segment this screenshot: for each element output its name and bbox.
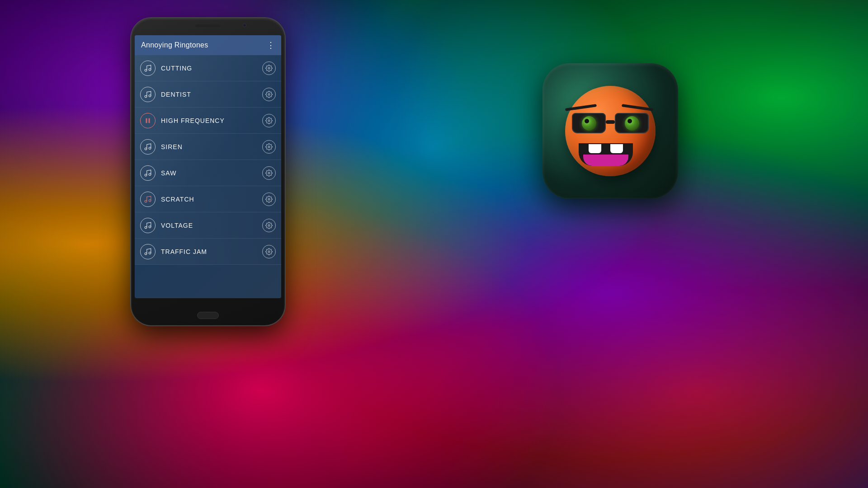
emoji-face [561, 81, 660, 181]
ringtone-name-high-frequency: HIGH FREQUENCY [161, 117, 262, 124]
svg-point-8 [268, 120, 270, 122]
svg-point-4 [149, 94, 151, 97]
menu-dots-button[interactable]: ⋮ [267, 40, 275, 50]
app-icon-wrapper [542, 63, 678, 199]
ringtone-item-voltage[interactable]: VOLTAGE [135, 212, 281, 239]
tooth-left [589, 144, 601, 153]
ringtone-item-siren[interactable]: SIREN [135, 134, 281, 160]
settings-icon-high-frequency[interactable] [262, 114, 276, 127]
mouth-tongue [583, 155, 628, 166]
svg-point-12 [145, 174, 147, 176]
svg-rect-6 [146, 118, 147, 123]
ringtone-name-saw: SAW [161, 169, 262, 177]
music-icon-scratch [140, 192, 156, 207]
ringtone-name-dentist: DENTIST [161, 91, 262, 98]
svg-point-16 [149, 199, 151, 202]
ringtone-item-traffic-jam[interactable]: TRAFFIC JAM [135, 239, 281, 265]
ringtone-name-voltage: VOLTAGE [161, 222, 262, 229]
svg-point-21 [145, 253, 147, 255]
phone-screen: Annoying Ringtones ⋮ CUTTING [135, 35, 281, 298]
phone-body: Annoying Ringtones ⋮ CUTTING [131, 18, 285, 325]
ringtone-name-traffic-jam: TRAFFIC JAM [161, 248, 262, 255]
music-icon-voltage [140, 218, 156, 233]
music-icon-saw [140, 165, 156, 181]
svg-point-20 [268, 225, 270, 226]
svg-point-14 [268, 172, 270, 174]
settings-icon-dentist[interactable] [262, 88, 276, 101]
phone-mockup: Annoying Ringtones ⋮ CUTTING [131, 18, 285, 325]
svg-point-11 [268, 146, 270, 148]
svg-point-9 [145, 148, 147, 150]
ringtone-item-dentist[interactable]: DENTIST [135, 81, 281, 108]
mouth-area [579, 143, 637, 168]
tooth-right [610, 144, 623, 153]
sunglasses [570, 113, 651, 138]
phone-camera [243, 23, 246, 27]
svg-point-15 [145, 200, 147, 202]
ringtone-item-scratch[interactable]: SCRATCH [135, 186, 281, 212]
ringtone-name-scratch: SCRATCH [161, 196, 262, 203]
ringtone-name-cutting: CUTTING [161, 65, 262, 72]
svg-point-2 [268, 67, 270, 69]
app-title: Annoying Ringtones [141, 41, 208, 49]
svg-point-22 [149, 252, 151, 254]
svg-point-18 [145, 226, 147, 229]
ringtone-name-siren: SIREN [161, 143, 262, 150]
music-icon-siren [140, 139, 156, 155]
svg-point-19 [149, 225, 151, 228]
svg-point-23 [268, 251, 270, 253]
glasses-right-lens [615, 113, 649, 133]
settings-icon-scratch[interactable] [262, 192, 276, 206]
svg-point-17 [268, 198, 270, 200]
ringtone-item-cutting[interactable]: CUTTING [135, 55, 281, 81]
music-icon-traffic-jam [140, 244, 156, 259]
eye-pupil-left [582, 116, 596, 131]
app-icon [542, 63, 678, 199]
svg-point-13 [149, 173, 151, 175]
pause-icon-high-frequency [140, 113, 156, 128]
svg-point-5 [268, 94, 270, 95]
settings-icon-siren[interactable] [262, 140, 276, 154]
eye-pupil-right [625, 116, 639, 131]
music-icon-dentist [140, 87, 156, 102]
svg-point-0 [145, 69, 147, 71]
settings-icon-saw[interactable] [262, 166, 276, 180]
phone-speaker [196, 24, 221, 27]
background [0, 0, 868, 488]
svg-point-3 [145, 95, 147, 98]
settings-icon-voltage[interactable] [262, 219, 276, 232]
ringtone-item-saw[interactable]: SAW [135, 160, 281, 186]
settings-icon-cutting[interactable] [262, 61, 276, 75]
svg-point-1 [149, 68, 151, 70]
music-icon-cutting [140, 61, 156, 76]
settings-icon-traffic-jam[interactable] [262, 245, 276, 258]
app-bar: Annoying Ringtones ⋮ [135, 35, 281, 55]
mouth-open [579, 143, 633, 166]
glasses-left-lens [572, 113, 606, 133]
ringtone-list: CUTTING [135, 55, 281, 265]
glasses-bridge [606, 120, 615, 124]
svg-rect-7 [149, 118, 150, 123]
svg-point-10 [149, 147, 151, 149]
ringtone-item-high-frequency[interactable]: HIGH FREQUENCY [135, 108, 281, 134]
phone-home-button[interactable] [197, 312, 219, 319]
